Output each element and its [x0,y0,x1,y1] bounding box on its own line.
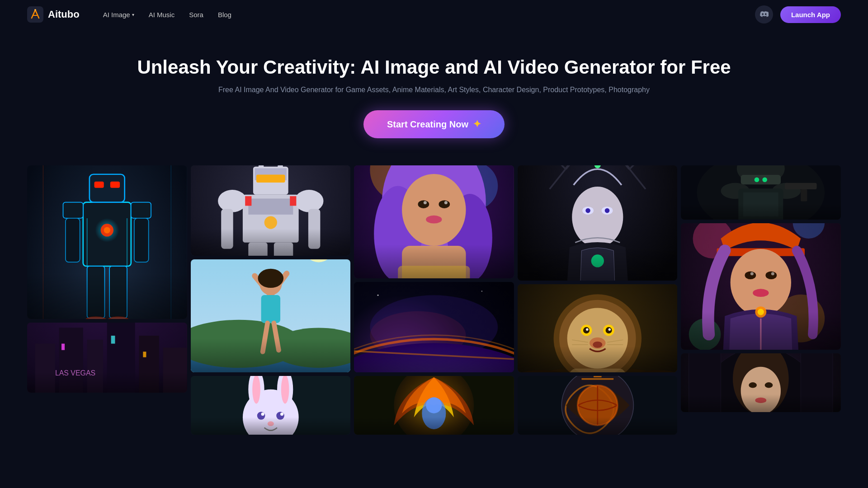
svg-point-43 [264,216,277,229]
gallery-image-beach[interactable] [191,259,351,372]
gallery-image-gundam[interactable] [191,165,351,256]
svg-point-173 [755,307,767,318]
svg-rect-146 [594,376,602,377]
svg-rect-46 [221,209,233,249]
svg-point-133 [608,328,610,331]
svg-point-120 [591,255,604,267]
gallery-image-bunny[interactable] [191,376,351,435]
svg-rect-48 [248,243,267,256]
svg-rect-10 [94,182,104,188]
hero-subtitle: Free AI Image And Video Generator for Ga… [9,86,859,94]
svg-rect-9 [90,174,125,202]
dark-queen-illustration [518,165,678,281]
gallery-image-woman[interactable] [354,165,514,278]
gallery-image-soldier[interactable] [681,165,841,220]
gallery-col-3 [354,165,514,435]
svg-point-85 [444,201,448,204]
svg-point-99 [354,343,514,373]
nav-links: AI Image ▾ AI Music Sora Blog [98,8,237,21]
gallery-grid: LAS VEGAS [0,147,868,435]
logo-icon [27,6,43,23]
svg-point-106 [426,398,442,413]
svg-point-1 [34,9,36,11]
beach-illustration [191,259,351,372]
svg-point-68 [252,376,260,404]
svg-rect-31 [143,352,146,357]
svg-point-174 [758,309,764,315]
robot-illustration [27,165,187,319]
nav-sora[interactable]: Sora [184,8,209,21]
space-illustration [354,282,514,372]
launch-app-button[interactable]: Launch App [780,6,841,23]
svg-rect-23 [35,344,55,393]
svg-point-19 [107,317,130,319]
nav-ai-music[interactable]: AI Music [143,8,180,21]
svg-point-82 [418,201,429,209]
svg-point-171 [753,289,769,297]
gallery-image-dark-queen[interactable] [518,165,678,281]
svg-point-164 [689,319,721,350]
svg-point-122 [518,366,678,373]
svg-point-135 [593,342,602,348]
svg-point-118 [585,208,590,213]
gallery-image-portrait[interactable] [681,353,841,412]
svg-rect-27 [139,336,159,393]
hero-title: Unleash Your Creativity: AI Image and AI… [9,56,859,79]
gallery-image-lion[interactable] [518,284,678,372]
svg-point-72 [261,413,264,416]
svg-point-124 [618,371,678,373]
gallery-image-space[interactable] [354,282,514,372]
svg-rect-151 [741,175,781,184]
svg-point-180 [749,383,757,388]
svg-point-63 [258,269,283,288]
gallery-image-pirate[interactable] [681,223,841,350]
nav-ai-image[interactable]: AI Image ▾ [98,8,140,21]
basketball-illustration [518,376,678,435]
svg-rect-12 [63,202,83,218]
nav-left: Aitubo AI Image ▾ AI Music Sora Blog [27,6,237,23]
svg-rect-30 [111,336,115,344]
discord-button[interactable] [755,5,773,23]
svg-rect-156 [785,183,817,189]
sparkle-icon: ✦ [473,118,481,130]
svg-point-95 [481,291,482,292]
gallery-image-basketball[interactable] [518,376,678,435]
svg-point-181 [765,383,773,388]
svg-rect-49 [274,243,292,256]
svg-rect-13 [131,202,151,218]
svg-rect-16 [87,266,105,318]
gallery-image-vegas[interactable]: LAS VEGAS [27,323,187,393]
gallery-col-5 [681,165,841,412]
svg-rect-0 [27,6,43,23]
gundam-illustration [191,165,351,256]
gallery-image-phoenix[interactable] [354,376,514,435]
svg-rect-53 [191,344,351,372]
svg-point-96 [377,295,379,296]
svg-point-71 [276,412,284,420]
svg-text:LAS VEGAS: LAS VEGAS [55,370,95,377]
svg-point-182 [755,398,767,403]
svg-point-168 [766,272,777,280]
start-creating-button[interactable]: Start Creating Now ✦ [363,110,505,138]
pirate-illustration [681,223,841,350]
svg-rect-47 [308,209,320,249]
soldier-illustration [681,165,841,220]
svg-point-123 [518,371,590,373]
svg-point-81 [402,174,466,246]
gallery-image-robot[interactable] [27,165,187,319]
svg-rect-14 [66,218,80,262]
logo[interactable]: Aitubo [27,6,80,23]
svg-point-132 [586,328,588,331]
svg-point-170 [771,272,774,276]
nav-blog[interactable]: Blog [212,8,237,21]
gallery-col-2 [191,165,351,435]
svg-rect-42 [248,199,293,215]
svg-point-45 [294,190,323,212]
svg-rect-155 [743,192,778,216]
lion-illustration [518,284,678,372]
svg-rect-88 [398,266,470,279]
svg-line-102 [354,351,514,359]
portrait-illustration [681,353,841,412]
brand-name: Aitubo [48,9,80,20]
discord-icon [760,10,769,19]
